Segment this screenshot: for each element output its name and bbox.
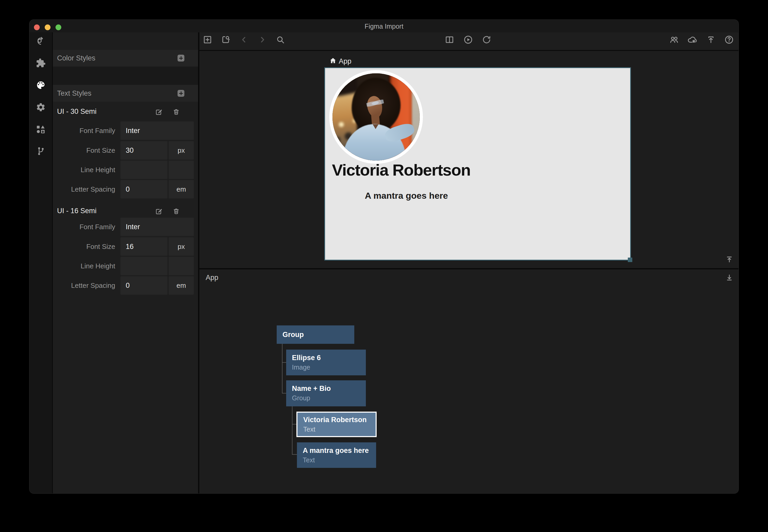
text-styles-header: Text Styles [53, 85, 198, 102]
components-shapes-icon[interactable] [36, 124, 46, 134]
letter-spacing-label: Letter Spacing [53, 180, 115, 198]
app-frame-card[interactable]: Victoria Robertson A mantra goes here [325, 68, 630, 260]
forward-icon[interactable] [257, 35, 267, 45]
color-styles-empty-area [53, 67, 198, 85]
cloud-sync-icon[interactable] [687, 35, 697, 45]
app-window: Figma Import [29, 20, 739, 493]
tree-connector [292, 424, 296, 424]
add-frame-icon[interactable] [202, 35, 212, 45]
palette-icon[interactable] [36, 80, 46, 90]
styles-panel: Color Styles Text Styles UI - 30 Semi Fo… [53, 32, 198, 493]
color-styles-title: Color Styles [57, 50, 95, 67]
tree-node-title: Group [282, 331, 304, 339]
tree-node-subtitle: Image [292, 364, 366, 371]
main-toolbar [199, 32, 739, 51]
text-style-name: UI - 16 Semi [57, 207, 96, 215]
tree-node-name-bio[interactable]: Name + Bio Group [286, 380, 366, 406]
letter-spacing-label: Letter Spacing [53, 276, 115, 295]
tree-node-subtitle: Group [292, 394, 366, 402]
font-family-input[interactable]: Inter [120, 218, 194, 236]
selection-resize-handle[interactable] [628, 258, 632, 262]
tree-node-mantra[interactable]: A mantra goes here Text [297, 442, 376, 468]
font-size-label: Font Size [53, 237, 115, 256]
tree-node-title: Name + Bio [292, 385, 366, 393]
canvas-area: App Victoria Robertson A mantra goes her… [199, 51, 739, 268]
import-inspect-icon[interactable] [221, 35, 231, 45]
tree-node-victoria-selected[interactable]: Victoria Robertson Text [296, 412, 376, 437]
tree-connector [292, 406, 292, 455]
tree-node-subtitle: Text [303, 426, 375, 433]
letter-spacing-unit[interactable]: em [169, 276, 194, 295]
settings-gear-icon[interactable] [36, 102, 46, 112]
tree-node-title: A mantra goes here [303, 447, 376, 455]
delete-style-icon[interactable] [172, 108, 180, 116]
font-size-label: Font Size [53, 141, 115, 160]
publish-upload-icon[interactable] [706, 35, 716, 45]
add-text-style-button[interactable] [177, 90, 184, 97]
tree-node-subtitle: Text [303, 456, 376, 464]
layer-tree-panel: App Group Ellipse 6 Image Name + Bio Gro… [199, 269, 739, 493]
title-bar: Figma Import [29, 20, 739, 33]
font-size-unit[interactable]: px [169, 237, 194, 256]
font-size-input[interactable]: 30 [120, 141, 167, 160]
breadcrumb[interactable]: App [339, 57, 351, 65]
delete-style-icon[interactable] [172, 207, 180, 215]
plugins-puzzle-icon[interactable] [36, 58, 46, 68]
font-size-unit[interactable]: px [169, 141, 194, 160]
color-styles-header: Color Styles [53, 50, 198, 67]
collapse-panel-down-icon[interactable] [725, 273, 734, 282]
letter-spacing-input[interactable]: 0 [120, 180, 167, 198]
add-color-style-button[interactable] [177, 55, 184, 62]
branch-icon[interactable] [36, 146, 46, 156]
line-height-unit[interactable] [169, 161, 194, 179]
line-height-input[interactable] [120, 257, 167, 275]
text-styles-title: Text Styles [57, 85, 91, 102]
letter-spacing-input[interactable]: 0 [120, 276, 167, 295]
vector-loop-icon[interactable] [36, 37, 46, 47]
refresh-icon[interactable] [482, 35, 492, 45]
search-icon[interactable] [275, 35, 285, 45]
font-family-input[interactable]: Inter [120, 121, 194, 140]
tree-node-title: Victoria Robertson [303, 416, 375, 424]
line-height-label: Line Height [53, 257, 115, 275]
tree-connector [292, 454, 297, 455]
help-icon[interactable] [724, 35, 734, 45]
tree-connector [282, 362, 286, 363]
profile-name[interactable]: Victoria Robertson [332, 161, 471, 179]
collapse-panel-up-icon[interactable] [725, 255, 734, 264]
edit-style-icon[interactable] [155, 207, 163, 215]
font-size-input[interactable]: 16 [120, 237, 167, 256]
collaborators-icon[interactable] [669, 35, 679, 45]
split-view-icon[interactable] [445, 35, 455, 45]
font-family-label: Font Family [53, 218, 115, 236]
home-icon [329, 57, 337, 65]
back-icon[interactable] [239, 35, 249, 45]
font-family-label: Font Family [53, 121, 115, 140]
play-icon[interactable] [463, 35, 473, 45]
line-height-input[interactable] [120, 161, 167, 179]
profile-mantra[interactable]: A mantra goes here [365, 191, 448, 201]
nav-rail [29, 32, 53, 493]
tree-connector [282, 393, 286, 393]
tree-panel-title: App [206, 274, 218, 282]
letter-spacing-unit[interactable]: em [169, 180, 194, 198]
avatar[interactable] [329, 70, 423, 164]
edit-style-icon[interactable] [155, 108, 163, 116]
text-style-name: UI - 30 Semi [57, 108, 96, 116]
tree-node-ellipse[interactable]: Ellipse 6 Image [286, 350, 366, 375]
tree-node-title: Ellipse 6 [292, 354, 366, 362]
window-title: Figma Import [29, 20, 739, 32]
tree-connector [282, 344, 282, 393]
line-height-unit[interactable] [169, 257, 194, 275]
tree-node-group[interactable]: Group [277, 325, 354, 344]
line-height-label: Line Height [53, 161, 115, 179]
